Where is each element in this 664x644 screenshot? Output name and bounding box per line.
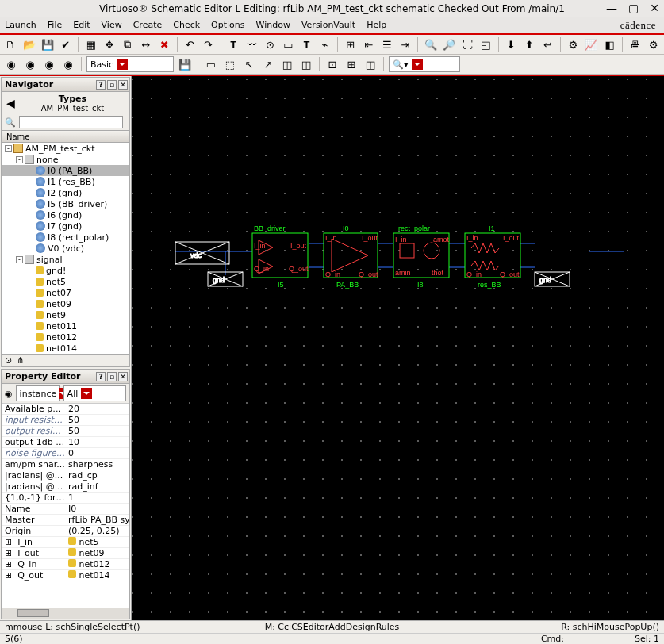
tree-row[interactable]: I2 (gnd) bbox=[2, 187, 129, 198]
copy-icon[interactable]: ⧉ bbox=[120, 36, 135, 52]
property-row[interactable]: |radians| @...rad_inf bbox=[2, 481, 129, 493]
chevron-down-icon[interactable] bbox=[412, 59, 423, 70]
align-right-icon[interactable]: ⇥ bbox=[397, 36, 413, 52]
snap-a-icon[interactable]: ⊡ bbox=[324, 56, 340, 72]
menu-view[interactable]: View bbox=[102, 20, 122, 30]
prop-filter-combo[interactable]: All bbox=[63, 385, 126, 401]
tree-row[interactable]: I0 (PA_BB) bbox=[2, 165, 129, 176]
property-row[interactable]: Available pw...20 bbox=[2, 404, 129, 415]
menu-window[interactable]: Window bbox=[256, 20, 290, 30]
menu-help[interactable]: Help bbox=[367, 20, 386, 30]
filter-a-icon[interactable]: ◫ bbox=[279, 56, 295, 72]
text-icon[interactable]: T bbox=[226, 36, 241, 52]
workspace-combo[interactable]: Basic bbox=[86, 56, 174, 72]
tree-row[interactable]: net09 bbox=[2, 298, 129, 309]
property-pin-row[interactable]: ⊞ I_in net5 bbox=[2, 537, 129, 548]
prop-value[interactable]: sharpness bbox=[65, 459, 129, 470]
close-panel-icon[interactable]: ✕ bbox=[118, 372, 128, 381]
tool-a-icon[interactable]: ⊞ bbox=[343, 36, 358, 52]
nav-foot-a-icon[interactable]: ⊙ bbox=[5, 355, 12, 366]
tree-row[interactable]: -signal bbox=[2, 254, 129, 265]
navigator-tree[interactable]: -AM_PM_test_ckt-noneI0 (PA_BB)I1 (res_BB… bbox=[2, 143, 129, 354]
tree-row[interactable]: net5 bbox=[2, 276, 129, 287]
expand-icon[interactable]: - bbox=[5, 145, 12, 152]
pin-icon[interactable]: ⊙ bbox=[263, 36, 278, 52]
property-row[interactable]: {1,0,-1} for (...1 bbox=[2, 493, 129, 504]
horizontal-scrollbar[interactable] bbox=[2, 608, 129, 619]
property-row[interactable]: output resist...50 bbox=[2, 426, 129, 437]
minimize-button[interactable]: — bbox=[606, 2, 617, 14]
print-icon[interactable]: 🖶 bbox=[628, 36, 643, 52]
prop-value[interactable]: rad_cp bbox=[65, 470, 129, 481]
tree-row[interactable]: net014 bbox=[2, 343, 129, 354]
property-grid[interactable]: Available pw...20input resista...50outpu… bbox=[2, 404, 129, 608]
property-pin-row[interactable]: ⊞ Q_in net012 bbox=[2, 559, 129, 570]
help-icon[interactable]: ? bbox=[96, 372, 106, 381]
expand-icon[interactable]: - bbox=[16, 256, 23, 263]
tree-row[interactable]: net07 bbox=[2, 287, 129, 298]
align-left-icon[interactable]: ⇤ bbox=[361, 36, 376, 52]
hierarchy-up-icon[interactable]: ⬆ bbox=[522, 36, 537, 52]
tree-row[interactable]: net012 bbox=[2, 332, 129, 343]
prop-mode-combo[interactable]: instance bbox=[16, 385, 60, 401]
move-icon[interactable]: ✥ bbox=[102, 36, 117, 52]
prop-value[interactable]: 50 bbox=[65, 415, 129, 425]
tree-row[interactable]: I5 (BB_driver) bbox=[2, 198, 129, 209]
hierarchy-down-icon[interactable]: ⬇ bbox=[504, 36, 519, 52]
zoom-sel-icon[interactable]: ◱ bbox=[478, 36, 493, 52]
tree-row[interactable]: I1 (res_BB) bbox=[2, 176, 129, 187]
property-row[interactable]: NameI0 bbox=[2, 504, 129, 515]
property-row[interactable]: am/pm shar...sharpness bbox=[2, 459, 129, 470]
property-row[interactable]: Origin(0.25, 0.25) bbox=[2, 526, 129, 537]
nav-name-column[interactable]: Name bbox=[2, 130, 129, 143]
check-save-icon[interactable]: ✔ bbox=[58, 36, 73, 52]
maximize-button[interactable]: ▢ bbox=[628, 2, 639, 14]
menu-versionvault[interactable]: VersionVault bbox=[301, 20, 355, 30]
nav-foot-b-icon[interactable]: ⋔ bbox=[17, 355, 24, 366]
tree-row[interactable]: I6 (gnd) bbox=[2, 209, 129, 220]
redo-icon[interactable]: ↷ bbox=[201, 36, 216, 52]
menu-options[interactable]: Options bbox=[211, 20, 244, 30]
open-icon[interactable]: 📂 bbox=[21, 36, 36, 52]
ws-save-icon[interactable]: 💾 bbox=[177, 56, 193, 72]
new-icon[interactable]: 🗋 bbox=[3, 36, 18, 52]
undock-icon[interactable]: ▫ bbox=[107, 372, 117, 381]
tree-row[interactable]: -AM_PM_test_ckt bbox=[2, 143, 129, 154]
save-icon[interactable]: 💾 bbox=[40, 36, 55, 52]
settings-icon[interactable]: ⚙ bbox=[646, 36, 661, 52]
cursor-icon[interactable]: ↖ bbox=[241, 56, 257, 72]
property-pin-row[interactable]: ⊞ Q_out net014 bbox=[2, 570, 129, 581]
chevron-down-icon[interactable] bbox=[81, 388, 92, 399]
tree-row[interactable]: net9 bbox=[2, 309, 129, 320]
plot-icon[interactable]: 📈 bbox=[584, 36, 599, 52]
menu-file[interactable]: File bbox=[48, 20, 62, 30]
zoom-in-icon[interactable]: 🔍 bbox=[423, 36, 438, 52]
menu-create[interactable]: Create bbox=[133, 20, 163, 30]
prop-value[interactable]: 10 bbox=[65, 437, 129, 447]
prop-value[interactable]: 1 bbox=[65, 493, 129, 503]
tool-x-icon[interactable]: ◧ bbox=[602, 36, 617, 52]
close-button[interactable]: ✕ bbox=[650, 2, 659, 14]
property-row[interactable]: noise figure (...0 bbox=[2, 448, 129, 459]
tree-row[interactable]: I7 (gnd) bbox=[2, 220, 129, 232]
property-row[interactable]: MasterrfLib PA_BB sy bbox=[2, 515, 129, 526]
layout-icon[interactable]: ▦ bbox=[83, 36, 98, 52]
wire-icon[interactable]: 〰 bbox=[244, 36, 259, 52]
filter-b-icon[interactable]: ◫ bbox=[298, 56, 314, 72]
undo-icon[interactable]: ↶ bbox=[182, 36, 198, 52]
align-center-icon[interactable]: ☰ bbox=[379, 36, 394, 52]
probe-d-icon[interactable]: ◉ bbox=[60, 56, 76, 72]
prop-value[interactable]: (0.25, 0.25) bbox=[65, 526, 129, 536]
tree-row[interactable]: net011 bbox=[2, 320, 129, 332]
menu-edit[interactable]: Edit bbox=[73, 20, 90, 30]
sel-mode-a-icon[interactable]: ▭ bbox=[203, 56, 219, 72]
nav-search-input[interactable] bbox=[19, 116, 123, 128]
sim-icon[interactable]: ⚙ bbox=[566, 36, 581, 52]
cursor2-icon[interactable]: ↗ bbox=[260, 56, 276, 72]
property-pin-row[interactable]: ⊞ I_out net09 bbox=[2, 548, 129, 559]
instance-icon[interactable]: ▭ bbox=[281, 36, 296, 52]
expand-icon[interactable]: - bbox=[16, 156, 23, 163]
nav-back-button[interactable]: ◀ bbox=[2, 97, 16, 109]
prop-value[interactable]: 0 bbox=[65, 448, 129, 458]
return-icon[interactable]: ↩ bbox=[540, 36, 555, 52]
